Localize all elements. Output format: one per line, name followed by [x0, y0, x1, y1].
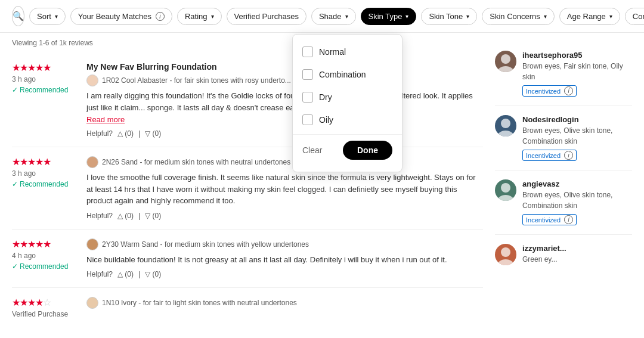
read-more-link[interactable]: Read more: [86, 115, 125, 124]
shade-text: 1R02 Cool Alabaster - for fair skin tone…: [102, 76, 291, 85]
skin-tone-button[interactable]: Skin Tone ▾: [421, 8, 477, 25]
skin-concerns-button[interactable]: Skin Concerns ▾: [482, 8, 555, 25]
dropdown-footer: Clear Done: [293, 134, 402, 166]
rating-chevron-icon: ▾: [211, 13, 214, 20]
star-rating: ★★★★★: [12, 62, 78, 73]
clear-button[interactable]: Clear: [302, 145, 322, 155]
beauty-matches-button[interactable]: Your Beauty Matches i: [70, 8, 172, 25]
avatar: [495, 179, 516, 201]
list-item: angievasz Brown eyes, Olive skin tone, C…: [495, 170, 632, 235]
review-body: 2N26 Sand - for medium skin tones with n…: [86, 156, 483, 220]
beauty-matches-label: Your Beauty Matches: [78, 12, 151, 21]
reviewer-info: iheartsephora95 Brown eyes, Fair skin to…: [522, 51, 632, 97]
search-button[interactable]: 🔍: [12, 6, 24, 26]
shade-color-circle: [86, 238, 98, 250]
combination-checkbox[interactable]: [302, 69, 313, 80]
sort-button[interactable]: Sort ▾: [29, 8, 66, 25]
thumbdown-button[interactable]: ▽ (0): [145, 270, 161, 278]
review-meta: ★★★★★ 4 h ago ✓ Recommended: [12, 238, 78, 279]
helpful-label: Helpful?: [86, 270, 113, 278]
product-shade: 1N10 Ivory - for fair to light skin tone…: [86, 297, 483, 309]
star-rating: ★★★★★: [12, 156, 78, 168]
avatar: [495, 244, 516, 265]
review-title: My New Fav Blurring Foundation: [86, 62, 483, 72]
product-shade: 2Y30 Warm Sand - for medium skin tones w…: [86, 238, 483, 250]
separator: |: [138, 270, 140, 278]
reviewer-details: Brown eyes, Olive skin tone, Combination…: [522, 125, 632, 147]
incentivized-info-icon: i: [564, 215, 573, 224]
skin-type-dry-option[interactable]: Dry: [293, 86, 402, 108]
incentivized-badge: Incentivized i: [522, 214, 577, 225]
helpful-row: Helpful? △ (0) | ▽ (0): [86, 270, 483, 278]
star-rating: ★★★★☆: [12, 297, 78, 308]
shade-label: Shade: [319, 12, 342, 21]
done-button[interactable]: Done: [343, 141, 392, 160]
list-item: iheartsephora95 Brown eyes, Fair skin to…: [495, 42, 632, 106]
normal-checkbox[interactable]: [302, 46, 313, 57]
review-meta: ★★★★★ 3 h ago ✓ Recommended: [12, 62, 78, 138]
thumbup-button[interactable]: △ (0): [117, 212, 134, 220]
dry-checkbox[interactable]: [302, 92, 313, 103]
separator: |: [138, 212, 140, 220]
reviewer-details: Brown eyes, Olive skin tone, Combination…: [522, 190, 632, 211]
recommended-label: ✓ Recommended: [12, 180, 78, 188]
rating-button[interactable]: Rating ▾: [177, 8, 222, 25]
list-item: Nodesiredlogin Brown eyes, Olive skin to…: [495, 106, 632, 170]
separator: |: [138, 129, 140, 138]
skin-type-button[interactable]: Skin Type ▾: [361, 8, 417, 25]
reviews-section: Viewing 1-6 of 1k reviews ★★★★★ 3 h ago …: [12, 39, 495, 332]
filter-bar: 🔍 Sort ▾ Your Beauty Matches i Rating ▾ …: [0, 0, 644, 33]
verified-button[interactable]: Verified Purchases: [227, 8, 306, 25]
checkmark-icon: ✓: [12, 86, 18, 94]
incentivized-info-icon: i: [564, 151, 573, 160]
thumbup-button[interactable]: △ (0): [117, 270, 134, 278]
skin-type-oily-option[interactable]: Oily: [293, 108, 402, 131]
list-item: izzymariet... Green ey...: [495, 235, 632, 274]
product-shade: 1R02 Cool Alabaster - for fair skin tone…: [86, 75, 483, 86]
incentivized-info-icon: i: [564, 86, 573, 95]
age-range-button[interactable]: Age Range ▾: [559, 8, 620, 25]
reviewer-details: Green ey...: [522, 254, 632, 265]
svg-point-1: [497, 66, 514, 72]
reviewer-info: angievasz Brown eyes, Olive skin tone, C…: [522, 179, 632, 225]
skin-type-combination-option[interactable]: Combination: [293, 63, 402, 86]
thumbup-button[interactable]: △ (0): [117, 129, 134, 138]
reviewer-name: izzymariet...: [522, 244, 632, 253]
checkmark-icon: ✓: [12, 262, 18, 271]
page-container: 🔍 Sort ▾ Your Beauty Matches i Rating ▾ …: [0, 0, 644, 338]
skin-type-normal-option[interactable]: Normal: [293, 41, 402, 63]
review-meta: ★★★★☆ Verified Purchase: [12, 297, 78, 318]
avatar-icon: [495, 51, 516, 72]
table-row: ★★★★☆ Verified Purchase 1N10 Ivory - for…: [12, 288, 483, 327]
skin-tone-chevron-icon: ▾: [466, 13, 469, 20]
helpful-row: Helpful? △ (0) | ▽ (0): [86, 129, 483, 138]
shade-button[interactable]: Shade ▾: [311, 8, 356, 25]
clear-label: Clear: [302, 145, 322, 155]
shade-color-circle: [86, 156, 98, 168]
reviewer-details: Brown eyes, Fair skin tone, Oily skin: [522, 61, 632, 82]
table-row: ★★★★★ 3 h ago ✓ Recommended My New Fav B…: [12, 53, 483, 147]
oily-checkbox[interactable]: [302, 114, 313, 125]
thumbdown-button[interactable]: ▽ (0): [145, 129, 161, 138]
star-rating: ★★★★★: [12, 238, 78, 250]
review-body: 2Y30 Warm Sand - for medium skin tones w…: [86, 238, 483, 279]
avatar-icon: [495, 244, 516, 265]
shade-text: 2N26 Sand - for medium skin tones with n…: [102, 158, 290, 166]
shade-color-circle: [86, 75, 98, 86]
shade-chevron-icon: ▾: [345, 13, 348, 20]
review-text: Nice buildable foundation! It is not gre…: [86, 254, 483, 266]
info-icon: i: [156, 12, 165, 21]
sort-chevron-icon: ▾: [55, 13, 58, 20]
shade-color-circle: [86, 297, 98, 309]
search-icon: 🔍: [13, 11, 24, 21]
review-time: 3 h ago: [12, 75, 78, 83]
helpful-row: Helpful? △ (0) | ▽ (0): [86, 212, 483, 220]
content-button[interactable]: Content ▾: [625, 8, 644, 25]
thumbdown-button[interactable]: ▽ (0): [145, 212, 161, 220]
avatar-icon: [495, 115, 516, 137]
rating-label: Rating: [185, 12, 208, 21]
skin-type-dropdown: Normal Combination Dry Oily Clear: [292, 34, 402, 172]
sort-label: Sort: [37, 12, 51, 21]
checkmark-icon: ✓: [12, 180, 18, 188]
review-text: I love the smoothe full coverage finish.…: [86, 172, 483, 207]
